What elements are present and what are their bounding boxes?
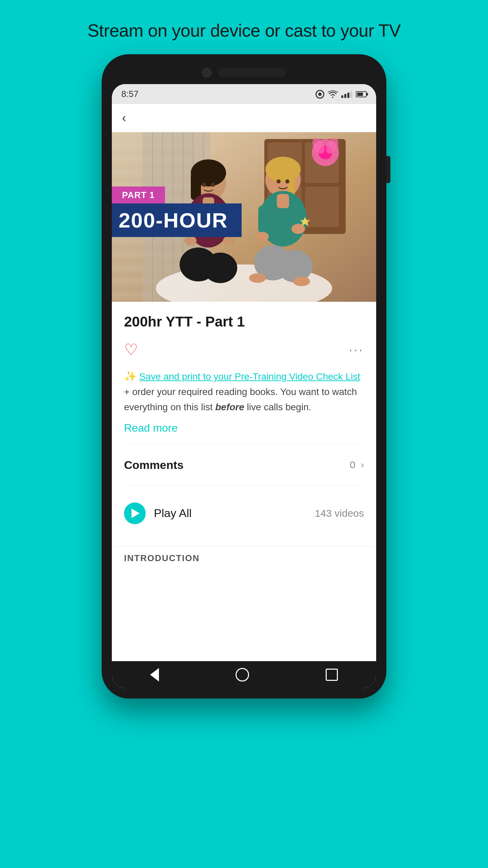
hour-banner: 200-HOUR (112, 203, 242, 237)
svg-rect-43 (277, 194, 289, 208)
svg-point-31 (265, 157, 301, 182)
svg-point-24 (223, 236, 235, 245)
back-button[interactable]: ‹ (122, 111, 366, 125)
phone-bottom-nav (112, 661, 376, 688)
phone-frame: 8:57 (102, 54, 386, 698)
android-recents-button[interactable] (326, 669, 338, 681)
intro-label: INTRODUCTION (124, 553, 364, 564)
status-time: 8:57 (121, 89, 139, 99)
page-header: Stream on your device or cast to your TV (0, 0, 488, 54)
svg-point-41 (249, 273, 266, 283)
comments-count: 0 (350, 459, 355, 471)
svg-point-26 (203, 253, 237, 283)
favorite-button[interactable]: ♡ (124, 340, 138, 359)
wifi-icon (328, 91, 338, 98)
content-section: 200hr YTT - Part 1 ♡ ··· ✨ Save and prin… (112, 302, 376, 546)
svg-point-23 (184, 236, 197, 245)
app-content: ‹ (112, 104, 376, 661)
comments-row[interactable]: Comments 0 › (124, 455, 364, 475)
divider-2 (124, 485, 364, 486)
svg-rect-4 (305, 186, 339, 227)
phone-top-bar (112, 64, 376, 84)
android-home-button[interactable] (236, 668, 249, 682)
part-badge: PART 1 (112, 186, 165, 204)
more-options-button[interactable]: ··· (349, 342, 364, 357)
comments-label: Comments (124, 458, 184, 472)
svg-point-29 (211, 183, 215, 187)
svg-point-38 (257, 232, 269, 241)
svg-point-40 (277, 250, 312, 282)
navigation-bar: ‹ (112, 104, 376, 132)
recents-nav-icon (326, 669, 338, 681)
back-nav-icon (150, 668, 159, 682)
app-icon (316, 90, 324, 99)
play-triangle-icon (131, 509, 140, 518)
read-more-button[interactable]: Read more (124, 422, 364, 434)
video-thumbnail: PART 1 200-HOUR (112, 132, 376, 302)
play-all-button[interactable] (124, 502, 146, 524)
phone-screen: 8:57 (112, 84, 376, 688)
svg-point-36 (291, 224, 305, 234)
svg-point-44 (277, 179, 281, 183)
signal-bars-icon (341, 91, 352, 98)
svg-point-42 (293, 277, 310, 286)
svg-rect-34 (258, 205, 268, 234)
battery-icon (356, 91, 367, 97)
intro-section: INTRODUCTION (112, 546, 376, 570)
phone-side-button (386, 156, 390, 183)
svg-point-28 (202, 183, 206, 187)
status-bar: 8:57 (112, 84, 376, 104)
play-all-label: Play All (154, 507, 192, 520)
play-all-row: Play All 143 videos (124, 496, 364, 531)
videos-count: 143 videos (315, 508, 364, 519)
front-camera (202, 68, 211, 77)
svg-point-45 (285, 179, 289, 183)
home-nav-icon (236, 668, 249, 682)
spark-icon: ✨ (124, 371, 137, 382)
course-description: ✨ Save and print to your Pre-Training Vi… (124, 368, 364, 415)
description-emphasis: before (215, 402, 244, 412)
action-row: ♡ ··· (124, 340, 364, 359)
checklist-link[interactable]: Save and print to your Pre-Training Vide… (139, 371, 360, 382)
status-icons (316, 90, 367, 99)
play-all-left: Play All (124, 502, 192, 524)
comments-right: 0 › (350, 459, 364, 471)
speaker-grille (218, 68, 286, 77)
comments-chevron-icon: › (361, 459, 364, 470)
description-text-2: live calls begin. (247, 402, 311, 412)
divider-1 (124, 445, 364, 445)
course-title: 200hr YTT - Part 1 (124, 313, 364, 330)
svg-rect-35 (293, 200, 303, 225)
android-back-button[interactable] (150, 668, 159, 682)
